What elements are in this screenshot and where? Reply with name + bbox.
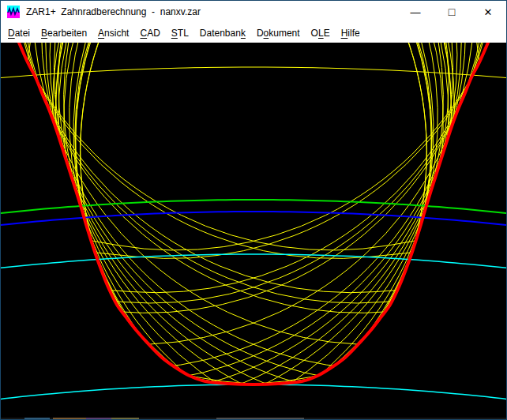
app-icon: [7, 6, 20, 18]
close-icon: ✕: [484, 6, 493, 18]
minimize-button[interactable]: —: [397, 1, 434, 23]
menu-item-cad[interactable]: CAD: [134, 25, 165, 41]
close-button[interactable]: ✕: [470, 1, 506, 23]
strip-segment: [86, 418, 111, 419]
maximize-button[interactable]: □: [434, 1, 470, 23]
menu-item-hilfe[interactable]: Hilfe: [336, 25, 366, 41]
menu-item-ole[interactable]: OLE: [306, 25, 336, 41]
minimize-icon: —: [411, 6, 421, 18]
menu-item-ansicht[interactable]: Ansicht: [92, 25, 134, 41]
window-title: ZAR1+ Zahnradberechnung - nanxv.zar: [26, 6, 397, 17]
menu-item-stl[interactable]: STL: [166, 25, 194, 41]
menu-item-datei[interactable]: Datei: [2, 25, 36, 41]
bottom-edge-strip: [1, 418, 506, 419]
menu-bar: DateiBearbeitenAnsichtCADSTLDatenbankDok…: [1, 23, 506, 43]
form-circle-line: [1, 254, 506, 268]
menu-item-dokument[interactable]: Dokument: [251, 25, 306, 41]
strip-segment: [111, 418, 139, 419]
maximize-icon: □: [449, 6, 455, 18]
title-bar[interactable]: ZAR1+ Zahnradberechnung - nanxv.zar — □ …: [1, 1, 506, 23]
menu-item-datenbank[interactable]: Datenbank: [194, 25, 251, 41]
tooth-gap-envelope: [19, 43, 488, 384]
drawing-area[interactable]: [1, 43, 506, 419]
strip-segment: [53, 418, 86, 419]
menu-item-bearbeiten[interactable]: Bearbeiten: [36, 25, 92, 41]
tip-circle-line: [1, 67, 506, 78]
app-window: ZAR1+ Zahnradberechnung - nanxv.zar — □ …: [0, 0, 507, 420]
strip-segment: [24, 418, 50, 419]
caption-buttons: — □ ✕: [397, 1, 506, 23]
gear-generation-canvas[interactable]: [1, 43, 506, 419]
base-circle-line: [1, 212, 506, 226]
root-circle-line: [1, 384, 506, 399]
app-icon-wave: [7, 6, 20, 18]
strip-segment: [216, 418, 304, 419]
